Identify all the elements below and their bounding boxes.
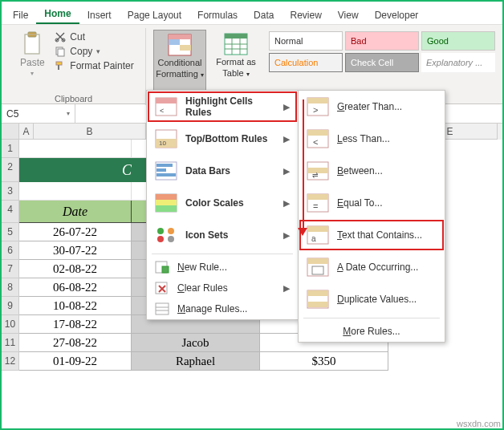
submenu-text-contains[interactable]: a Text that Contains... [299, 219, 445, 251]
svg-point-28 [157, 228, 164, 234]
svg-rect-21 [156, 164, 173, 167]
submenu-between[interactable]: ⇌ Between... [299, 155, 445, 187]
row-header[interactable]: 1 [2, 140, 19, 158]
format-painter-button[interactable]: Format Painter [55, 60, 133, 71]
less-than-icon: < [307, 129, 329, 148]
date-occurring-icon [307, 258, 329, 277]
col-header-a[interactable]: A [19, 124, 34, 140]
submenu-greater-than[interactable]: > Greater Than... [299, 91, 445, 123]
style-check-cell[interactable]: Check Cell [345, 53, 419, 72]
row-header[interactable]: 10 [2, 315, 19, 334]
cell[interactable]: $350 [260, 352, 388, 371]
text-contains-icon: a [307, 225, 329, 245]
conditional-formatting-icon [168, 34, 192, 56]
cut-button[interactable]: Cut [55, 31, 133, 43]
menu-manage-rules[interactable]: Manage Rules... [147, 298, 298, 319]
tab-data[interactable]: Data [246, 6, 282, 24]
cf-line2: Formatting [156, 69, 198, 79]
submenu-duplicate-values[interactable]: Duplicate Values... [299, 283, 445, 315]
row-header[interactable]: 6 [2, 241, 19, 260]
tab-review[interactable]: Review [282, 6, 329, 24]
chevron-down-icon: ▾ [67, 110, 70, 117]
paintbrush-icon [55, 60, 66, 71]
group-label-clipboard: Clipboard [55, 94, 92, 105]
col-header-b[interactable]: B [34, 124, 146, 140]
menu-clear-rules[interactable]: Clear Rules ▶ [147, 278, 298, 298]
tab-page-layout[interactable]: Page Layout [120, 6, 189, 24]
svg-rect-49 [307, 226, 328, 232]
chevron-down-icon: ▾ [201, 71, 204, 79]
menu-label: A Date Occurring... [337, 262, 418, 273]
row-header[interactable]: 9 [2, 297, 19, 315]
menu-label: Between... [337, 165, 383, 176]
row-header[interactable]: 12 [2, 352, 19, 371]
tab-formulas[interactable]: Formulas [189, 6, 246, 24]
menu-label: Less Than... [337, 133, 390, 144]
highlight-cells-submenu: > Greater Than... < Less Than... ⇌ Betwe… [298, 90, 445, 343]
menu-label: Clear Rules [177, 282, 228, 294]
row-header[interactable]: 11 [2, 334, 19, 352]
svg-text:>: > [313, 105, 318, 115]
tab-developer[interactable]: Developer [367, 6, 427, 24]
row-header[interactable]: 8 [2, 278, 19, 297]
cell[interactable] [19, 140, 132, 158]
chevron-down-icon: ▾ [30, 70, 34, 77]
menu-color-scales[interactable]: Color Scales ▶ [147, 187, 298, 219]
submenu-equal-to[interactable]: = Equal To... [299, 187, 445, 219]
cell[interactable]: 10-08-22 [19, 297, 132, 315]
tab-view[interactable]: View [330, 6, 367, 24]
submenu-less-than[interactable]: < Less Than... [299, 123, 445, 155]
menu-icon-sets[interactable]: Icon Sets ▶ [147, 219, 298, 251]
cell[interactable]: 27-08-22 [19, 334, 132, 352]
menu-label: Duplicate Values... [337, 294, 417, 305]
paste-button[interactable]: Paste ▾ [13, 30, 51, 94]
tab-home[interactable]: Home [36, 4, 79, 24]
submenu-date-occurring[interactable]: A Date Occurring... [299, 251, 445, 283]
name-box[interactable]: C5 ▾ [2, 104, 75, 123]
tab-insert[interactable]: Insert [79, 6, 120, 24]
duplicate-values-icon [307, 290, 329, 309]
menu-label: Equal To... [337, 197, 383, 209]
cell[interactable]: 01-09-22 [19, 352, 132, 371]
style-normal[interactable]: Normal [269, 31, 343, 51]
title-text: C [122, 162, 132, 178]
menu-highlight-cells-rules[interactable]: < Highlight Cells Rules ▶ [147, 91, 298, 123]
cell[interactable] [19, 182, 132, 201]
cell[interactable]: 30-07-22 [19, 241, 132, 260]
cell[interactable]: 17-08-22 [19, 315, 132, 334]
cell[interactable]: Raphael [132, 352, 260, 371]
cell[interactable]: 06-08-22 [19, 278, 132, 297]
svg-text:<: < [160, 107, 164, 115]
svg-rect-56 [307, 302, 328, 307]
cell[interactable]: Jacob [132, 334, 260, 352]
row-header[interactable]: 2 [2, 158, 19, 182]
menu-top-bottom-rules[interactable]: 10 Top/Bottom Rules ▶ [147, 123, 298, 155]
menu-label: Color Scales [185, 197, 244, 209]
select-all-corner[interactable] [2, 124, 19, 140]
cell[interactable]: 26-07-22 [19, 223, 132, 241]
cell[interactable]: 02-08-22 [19, 260, 132, 278]
svg-point-31 [168, 236, 174, 242]
menu-label: Data Bars [185, 165, 230, 176]
header-date[interactable]: Date [19, 201, 132, 223]
scissors-icon [55, 31, 66, 43]
row-header[interactable]: 5 [2, 223, 19, 241]
style-bad[interactable]: Bad [345, 31, 419, 51]
row-header[interactable]: 7 [2, 260, 19, 278]
copy-button[interactable]: Copy ▾ [55, 46, 133, 57]
style-good[interactable]: Good [421, 31, 495, 51]
menu-label: Highlight Cells Rules [185, 95, 275, 118]
style-explanatory[interactable]: Explanatory ... [421, 53, 495, 72]
title-cell[interactable]: C [19, 158, 132, 182]
row-header[interactable]: 4 [2, 201, 19, 223]
submenu-more-rules[interactable]: More Rules... [299, 321, 445, 342]
svg-rect-15 [156, 98, 177, 103]
menu-data-bars[interactable]: Data Bars ▶ [147, 155, 298, 187]
row-header[interactable]: 3 [2, 182, 19, 201]
tab-file[interactable]: File [5, 6, 36, 24]
style-calculation[interactable]: Calculation [269, 53, 343, 72]
svg-rect-9 [169, 34, 191, 39]
menu-new-rule[interactable]: New Rule... [147, 257, 298, 278]
chevron-right-icon: ▶ [283, 230, 290, 241]
top-bottom-icon: 10 [155, 129, 177, 148]
